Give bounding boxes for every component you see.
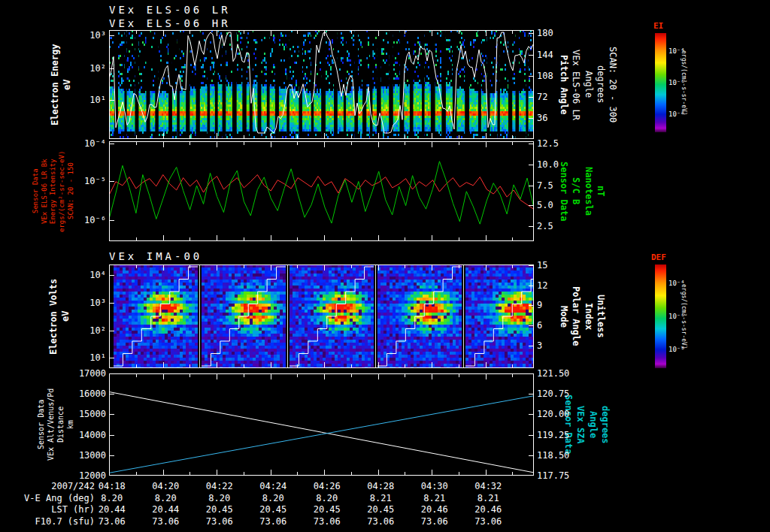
intensity-right-tick-label: 12.5 — [537, 138, 578, 149]
bottom-axis-value: 20.45 — [247, 504, 301, 515]
bottom-axis-value: 04:28 — [354, 481, 408, 492]
altitude-right-tick-label: 117.75 — [537, 470, 578, 481]
els-right-tick-label: 180 — [537, 28, 578, 38]
bottom-axis-value: 04:22 — [192, 481, 247, 492]
ima-left-tick-label: 10² — [68, 325, 106, 336]
axis-label-line: Index — [582, 264, 594, 368]
bottom-row-label: V-E Ang (deg) — [3, 493, 95, 503]
axis-label-line: VEx ELS-06 LR Bk — [41, 141, 50, 241]
intensity-right-tick-label: 7.5 — [537, 180, 578, 191]
bottom-axis-value: 8.21 — [462, 493, 516, 504]
bottom-axis-value: 20.46 — [408, 504, 462, 515]
altitude-sza-plot — [109, 373, 534, 476]
bottom-axis-value: 8.21 — [354, 493, 408, 504]
axis-label-line: Electron Volts — [48, 264, 60, 368]
axis-label-line: degrees — [595, 30, 607, 139]
ima-right-tick-label: 9 — [537, 300, 578, 310]
def-colorbar-tick-label: 10⁻⁴ — [668, 280, 685, 287]
axis-label-line: SCAN: 20 - 150 — [67, 141, 76, 241]
intensity-left-tick-label: 10⁻⁵ — [68, 176, 106, 186]
ei-colorbar-tick-label: 10⁻⁴ — [668, 47, 685, 55]
altitude-right-tick-label: 120.75 — [537, 388, 578, 399]
bottom-axis-value: 73.06 — [354, 516, 408, 527]
def-colorbar-title: DEF — [651, 252, 666, 262]
altitude-right-tick-label: 118.50 — [537, 450, 578, 461]
intensity-left-tick-label: 10⁻⁶ — [68, 215, 106, 225]
bottom-axis-value: 04:18 — [85, 481, 139, 492]
els-lr-title: VEx ELS-06 LR — [109, 4, 231, 16]
ima-right-tick-label: 3 — [537, 340, 578, 351]
axis-label-line: Sensor Data — [32, 141, 41, 241]
bottom-axis-value: 8.20 — [247, 493, 301, 504]
altitude-left-tick-label: 15000 — [68, 409, 106, 419]
bottom-axis-row: 8.208.208.208.208.208.218.218.21 — [85, 493, 515, 504]
ima-right-tick-label: 12 — [537, 280, 578, 291]
bottom-axis-value: 04:26 — [300, 481, 354, 492]
bottom-axis-value: 8.20 — [85, 493, 139, 504]
intensity-bfield-plot — [109, 141, 534, 241]
def-colorbar — [655, 264, 666, 368]
altitude-left-tick-label: 13000 — [68, 450, 106, 461]
bottom-axis-value: 8.20 — [300, 493, 354, 504]
ima-spectrogram-plot — [109, 264, 534, 368]
intensity-right-tick-label: 10.0 — [537, 159, 578, 170]
bottom-axis-value: 20.45 — [300, 504, 354, 515]
bottom-row-label: F10.7 (sfu) — [3, 516, 95, 527]
intensity-right-tick-label: 5.0 — [537, 200, 578, 210]
els-left-tick-label: 10¹ — [68, 95, 106, 105]
bottom-axis-value: 73.06 — [139, 516, 193, 527]
axis-label-line: eV — [62, 30, 74, 139]
ei-colorbar — [655, 33, 666, 132]
axis-label-line: SCAN: 20 - 300 — [607, 30, 619, 139]
altitude-right-tick-label: 121.50 — [537, 368, 578, 379]
axis-label-line: Distance — [56, 373, 65, 476]
altitude-left-tick-label: 17000 — [68, 368, 106, 379]
altitude-left-tick-label: 14000 — [68, 430, 106, 440]
els-y-axis-label: Electron Energy eV — [50, 30, 77, 139]
intensity-y-axis-label: Sensor Data VEx ELS-06 LR Bk Energy Inte… — [32, 141, 78, 241]
bottom-axis-value: 20.44 — [139, 504, 193, 515]
els-left-tick-label: 10³ — [68, 30, 106, 41]
bottom-axis-value: 73.06 — [85, 516, 139, 527]
def-colorbar-tick-label: 10⁻⁶ — [668, 313, 685, 320]
altitude-left-tick-label: 12000 — [68, 470, 106, 481]
bottom-axis-value: 04:30 — [408, 481, 462, 492]
axis-label-line: ergs/(cm²-sr-sec-eV) — [58, 141, 67, 241]
altitude-right-tick-label: 120.00 — [537, 409, 578, 419]
ima-left-tick-label: 10³ — [68, 298, 106, 308]
axis-label-line: Electron Energy — [50, 30, 62, 139]
ima-title: VEx IMA-00 — [109, 250, 202, 262]
intensity-right-tick-label: 2.5 — [537, 221, 578, 231]
ima-left-tick-label: 10⁴ — [68, 270, 106, 280]
bottom-axis-row: 73.0673.0673.0673.0673.0673.0673.0673.06 — [85, 516, 515, 527]
bottom-axis-value: 8.21 — [408, 493, 462, 504]
bottom-axis-value: 73.06 — [462, 516, 516, 527]
bottom-axis-value: 20.45 — [192, 504, 247, 515]
bottom-axis-value: 04:20 — [139, 481, 193, 492]
bottom-axis-value: 73.06 — [247, 516, 301, 527]
bottom-axis-value: 8.20 — [192, 493, 247, 504]
axis-label-line: Energy Intensity — [49, 141, 58, 241]
bottom-axis-value: 73.06 — [408, 516, 462, 527]
axis-label-line: Nanotesla — [582, 141, 594, 241]
els-right-tick-label: 72 — [537, 92, 578, 102]
axis-label-line: Sensor Data — [36, 373, 46, 476]
bottom-axis-value: 04:24 — [247, 481, 301, 492]
ima-left-tick-label: 10¹ — [68, 352, 106, 363]
els-spectrogram-plot — [109, 30, 534, 139]
bottom-row-label: 2007/242 — [3, 481, 95, 491]
axis-label-line: Unitless — [595, 264, 607, 368]
axis-label-line: VEx Alt/Venus/Pd — [46, 373, 56, 476]
bottom-row-label: LST (hr) — [3, 504, 95, 515]
axis-label-line: nT — [595, 141, 607, 241]
altitude-left-tick-label: 16000 — [68, 388, 106, 399]
bottom-axis-value: 04:32 — [462, 481, 516, 492]
axis-label-line: Angle — [582, 30, 594, 139]
els-left-tick-label: 10² — [68, 63, 106, 74]
ei-colorbar-tick-label: 10⁻⁶ — [668, 79, 685, 86]
bottom-axis-value: 20.46 — [462, 504, 516, 515]
ei-colorbar-title: EI — [653, 21, 663, 31]
ima-right-tick-label: 6 — [537, 320, 578, 331]
bottom-axis-value: 20.44 — [85, 504, 139, 515]
bottom-axis-value: 73.06 — [300, 516, 354, 527]
